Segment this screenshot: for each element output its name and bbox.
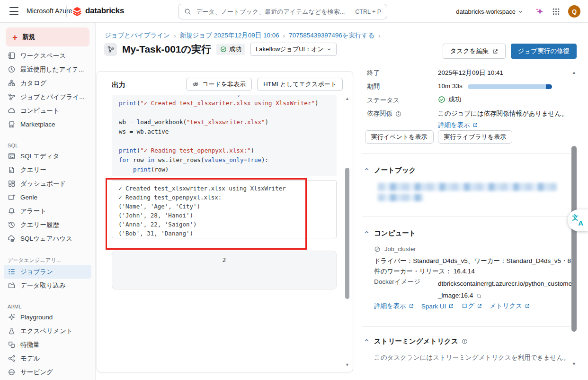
compute-link[interactable]: ログ (461, 302, 482, 310)
compute-link[interactable]: 詳細を表示 (374, 302, 414, 310)
sidebar-item-label: SQLウェアハウス (20, 235, 72, 243)
sidebar-item-queries[interactable]: クエリー (0, 163, 95, 177)
show-details-link[interactable]: 詳細を表示 (438, 121, 478, 129)
code-line: ws = wb.active (119, 127, 330, 136)
lakeflow-ui-toggle[interactable]: LakeflowジョブUI：オン (250, 43, 337, 56)
history-icon (8, 221, 16, 229)
sidebar-item-catalog[interactable]: カタログ (0, 76, 95, 90)
collapse-notebook-chevron-icon[interactable] (364, 166, 370, 172)
bell-icon (8, 207, 16, 215)
sidebar-section-header: AI/ML (8, 304, 95, 309)
sidebar-item-label: クエリー (20, 166, 46, 174)
show-run-libraries-button[interactable]: 実行ライブラリを表示 (438, 130, 513, 144)
dashboard-icon (8, 180, 16, 188)
global-search[interactable]: CTRL + P (178, 4, 387, 19)
scroll-up-icon[interactable]: ▲ (571, 70, 577, 75)
sidebar-section-header: データエンジニアリ... (8, 257, 95, 264)
external-link-icon (492, 48, 499, 54)
sidebar-item-marketplace[interactable]: Marketplace (0, 118, 95, 131)
duration-progress-bar (468, 84, 552, 89)
divider (362, 326, 570, 327)
output-line: ✓ Reading test_openpyxl.xlsx: (118, 193, 330, 202)
workspace-selector[interactable]: databricks-workspace (456, 8, 523, 15)
divider (362, 154, 570, 154)
sidebar-item-label: 最近使用したアイテ... (20, 65, 84, 74)
code-line (119, 108, 330, 118)
streaming-section-title: ストリーミングメトリクス (374, 337, 468, 346)
page-title: My-Task-001の実行 (122, 43, 211, 56)
collapse-compute-chevron-icon[interactable] (364, 229, 370, 235)
plus-icon: + (12, 33, 18, 42)
sidebar-section-header: SQL (8, 143, 95, 148)
sidebar-item-playground[interactable]: Playground (0, 310, 95, 324)
compute-link[interactable]: Spark UI (421, 302, 454, 310)
databricks-wordmark: databricks (85, 6, 124, 16)
check-circle-icon (438, 96, 445, 103)
copy-icon[interactable] (476, 293, 482, 299)
new-button[interactable]: + 新規 (6, 27, 89, 46)
sidebar-item-workspace[interactable]: ワークスペース (0, 49, 95, 63)
assistant-sparkle-icon[interactable] (535, 7, 544, 16)
breadcrumb-separator: › (378, 32, 380, 39)
sidebar-item-label: Playground (20, 314, 53, 321)
repair-job-run-button[interactable]: ジョブ実行の修復 (511, 44, 577, 59)
sidebar-item-jobs-pipelines[interactable]: ジョブとパイプライ... (0, 90, 95, 104)
info-icon (462, 338, 468, 344)
app-switcher-grid-icon[interactable] (552, 8, 560, 16)
document-icon (8, 166, 16, 174)
sidebar-item-serving[interactable]: サービング (0, 365, 95, 379)
clipped-code-line: ") (119, 95, 330, 99)
translate-fab[interactable]: 文A (568, 209, 588, 231)
external-link-icon (409, 303, 414, 309)
collapse-streaming-chevron-icon[interactable] (364, 337, 370, 344)
dependencies-detail-link-row: 詳細を表示 (438, 121, 478, 129)
sql-editor-icon (8, 152, 16, 160)
sidebar-nav: ワークスペース最近使用したアイテ...カタログジョブとパイプライ...コンピュー… (0, 49, 95, 379)
search-input[interactable] (195, 8, 355, 16)
scroll-down-icon[interactable]: ▼ (344, 362, 350, 367)
sidebar-item-label: Marketplace (20, 121, 55, 128)
sidebar-item-sql-warehouses[interactable]: SQLウェアハウス (0, 232, 95, 245)
scroll-up-icon[interactable]: ▲ (344, 96, 350, 101)
clock-icon (8, 65, 16, 73)
chevron-down-icon (327, 47, 331, 52)
show-run-events-button[interactable]: 実行イベントを表示 (365, 130, 434, 144)
sidebar-item-models[interactable]: モデル (0, 352, 95, 365)
genie-icon (8, 193, 16, 201)
sidebar-item-recents[interactable]: 最近使用したアイテ... (0, 63, 95, 76)
sidebar-item-label: ダッシュボード (20, 180, 66, 188)
scrollbar-thumb[interactable] (571, 146, 577, 332)
scrollbar-thumb[interactable] (345, 168, 349, 299)
sidebar-item-dashboards[interactable]: ダッシュボード (0, 177, 95, 190)
translate-icon: 文A (572, 214, 584, 226)
breadcrumb-job[interactable]: 新規ジョブ 2025年12月09日 10:06 (180, 31, 279, 40)
compute-link[interactable]: メトリクス (490, 302, 530, 310)
hide-code-button[interactable]: コードを非表示 (186, 78, 252, 91)
sidebar-item-genie[interactable]: Genie (0, 190, 95, 204)
output-scrollbar: ▲ ▼ (344, 95, 350, 368)
sidebar-item-query-history[interactable]: クエリー履歴 (0, 218, 95, 232)
info-icon (395, 111, 401, 117)
sidebar-item-label: 特徴量 (20, 341, 40, 349)
redacted-notebook-path (378, 194, 423, 201)
hamburger-menu-icon[interactable] (9, 7, 18, 15)
databricks-logo-icon (72, 6, 82, 17)
sidebar-item-experiments[interactable]: エクスペリメント (0, 324, 95, 338)
sidebar-item-features[interactable]: 特徴量 (0, 338, 95, 352)
sidebar-item-alerts[interactable]: アラート (0, 204, 95, 218)
breadcrumb-separator: › (283, 32, 285, 39)
sidebar-item-data-ingestion[interactable]: データ取り込み (0, 279, 95, 292)
user-avatar[interactable]: Q (568, 5, 580, 18)
job-runs-icon (8, 268, 16, 276)
sidebar-item-sql-editor[interactable]: SQLエディタ (0, 149, 95, 163)
sidebar: + 新規 ワークスペース最近使用したアイテ...カタログジョブとパイプライ...… (0, 23, 96, 380)
scroll-down-icon[interactable]: ▼ (571, 362, 577, 366)
export-html-button[interactable]: HTMLとしてエクスポート (257, 78, 343, 91)
edit-task-button[interactable]: タスクを編集 (443, 44, 505, 59)
sidebar-item-compute[interactable]: コンピュート (0, 104, 95, 118)
catalog-icon (8, 79, 16, 87)
sidebar-item-label: SQLエディタ (20, 152, 59, 161)
breadcrumb-run[interactable]: 707585439397496を実行する (289, 31, 374, 40)
breadcrumb-jobs-pipelines[interactable]: ジョブとパイプライン (105, 31, 170, 40)
sidebar-item-job-runs[interactable]: ジョブラン (4, 265, 91, 279)
